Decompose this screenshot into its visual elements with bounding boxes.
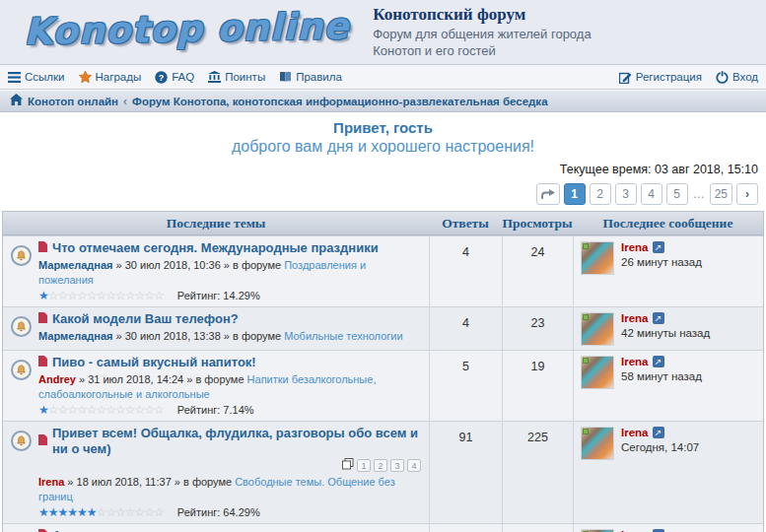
rating-stars-filled: ★★★★★★ [38, 505, 97, 519]
site-titles: Конотопский форум Форум для общения жите… [363, 5, 591, 59]
nav-register[interactable]: Регистрация [619, 71, 702, 84]
topic-author-link[interactable]: Andrey [38, 373, 76, 385]
topic-row: Какой модели Ваш телефон? Мармеладная » … [3, 306, 763, 350]
last-post-cell: Irena ↗ 26 минут назад [573, 236, 763, 306]
topic-title-link[interactable]: Привет всем! Общалка, флудилка, разговор… [52, 426, 423, 458]
next-page-button[interactable]: › [736, 183, 758, 205]
topic-title-link[interactable]: Ассоциации [52, 528, 130, 532]
topic-mini-pagination: 1 2 3 4 [38, 458, 423, 473]
last-post-author[interactable]: Irena [621, 241, 649, 253]
breadcrumb-section[interactable]: Форум Конотопа, конотопская информационн… [132, 96, 547, 107]
site-subtitle-line1: Форум для общения жителей города [373, 27, 591, 41]
last-post-author[interactable]: Irena [621, 312, 649, 324]
topic-icon [38, 434, 47, 448]
topic-posted-meta: » 30 июл 2018, 10:36 » в форуме [116, 259, 282, 271]
page-button-3[interactable]: 3 [615, 183, 637, 205]
topic-main-cell: Пиво - самый вкусный напиток! Andrey » 3… [38, 351, 429, 421]
nav-awards[interactable]: Награды [79, 71, 142, 84]
topic-row: Ассоциации Мармеладная » Сегодня, 11:01 … [3, 523, 763, 532]
topic-row: Привет всем! Общалка, флудилка, разговор… [3, 421, 763, 523]
topic-author-link[interactable]: Мармеладная [38, 330, 113, 342]
bell-icon [11, 360, 32, 380]
breadcrumb-separator: ‹ [123, 95, 127, 108]
topic-main-cell: Ассоциации Мармеладная » Сегодня, 11:01 … [38, 524, 429, 532]
last-post-cell: Irena ↗ 58 минут назад [573, 351, 763, 421]
topic-author-link[interactable]: Irena [38, 476, 64, 488]
jump-to-page-button[interactable] [536, 183, 560, 205]
site-logo[interactable]: Konotop online [24, 5, 350, 53]
breadcrumb-home[interactable]: Конотоп онлайн [28, 96, 118, 107]
topic-rating: ★ ☆☆☆☆☆☆☆☆☆☆☆☆ Рейтинг: 7.14% [38, 403, 423, 417]
online-indicator [583, 358, 589, 364]
topic-main-cell: Что отмечаем сегодня. Международные праз… [38, 236, 429, 306]
bell-icon [11, 431, 32, 451]
last-post-time: 42 минуты назад [621, 327, 710, 339]
topic-page-button[interactable]: 3 [390, 459, 404, 472]
forum-link[interactable]: Мобильные технологии [284, 330, 402, 342]
rating-label: Рейтинг: 14.29% [177, 290, 260, 301]
last-post-author[interactable]: Irena [621, 427, 649, 438]
topic-title-link[interactable]: Пиво - самый вкусный напиток! [52, 355, 256, 370]
topic-page-button[interactable]: 4 [407, 459, 421, 472]
last-post-cell: Irena ↗ Сегодня, 14:02 [573, 524, 763, 532]
welcome-block: Привет, гость доброго вам дня и хорошего… [0, 112, 766, 178]
nav-faq[interactable]: ? FAQ [155, 71, 194, 84]
topic-posted-meta: » 30 июл 2018, 13:38 » в форуме [116, 330, 282, 342]
goto-last-post-icon[interactable]: ↗ [653, 241, 664, 253]
page-button-25[interactable]: 25 [710, 183, 732, 205]
reply-count: 5 [429, 351, 502, 421]
online-indicator [583, 243, 589, 249]
topic-author-link[interactable]: Мармеладная [38, 259, 113, 271]
rating-label: Рейтинг: 7.14% [177, 404, 254, 416]
header-views: Просмотры [502, 216, 573, 232]
topic-icon [38, 356, 47, 369]
view-count: 19 [502, 351, 573, 421]
nav-points[interactable]: Поинты [208, 71, 265, 83]
unread-icon-cell [3, 236, 38, 306]
nav-links[interactable]: Ссылки [8, 71, 65, 83]
topic-page-button[interactable]: 1 [357, 459, 371, 472]
view-count: 14 [502, 524, 573, 532]
avatar[interactable] [581, 312, 614, 346]
nav-rules[interactable]: Правила [279, 71, 342, 83]
avatar[interactable] [581, 427, 614, 460]
page-ellipsis: … [692, 187, 706, 201]
rating-label: Рейтинг: 64.29% [177, 506, 260, 518]
latest-topics-table: Последние темы Ответы Просмотры Последне… [2, 211, 764, 532]
avatar[interactable] [581, 241, 614, 275]
reply-count: 91 [429, 422, 502, 523]
topic-title-link[interactable]: Что отмечаем сегодня. Международные праз… [52, 240, 379, 256]
breadcrumb: Конотоп онлайн ‹ Форум Конотопа, конотоп… [0, 90, 766, 112]
view-count: 23 [502, 307, 573, 350]
last-post-author[interactable]: Irena [621, 356, 649, 367]
page-button-4[interactable]: 4 [641, 183, 662, 205]
view-count: 24 [502, 236, 573, 306]
page-button-2[interactable]: 2 [590, 183, 611, 205]
page-button-5[interactable]: 5 [666, 183, 688, 205]
award-icon [79, 71, 92, 84]
unread-icon-cell [3, 422, 38, 523]
nav-login[interactable]: Вход [716, 71, 758, 84]
view-count: 225 [502, 422, 573, 523]
question-icon: ? [155, 71, 168, 84]
topic-title-link[interactable]: Какой модели Ваш телефон? [52, 311, 239, 327]
goto-last-post-icon[interactable]: ↗ [653, 312, 664, 324]
rating-stars-empty: ☆☆☆☆☆☆☆☆☆☆☆☆ [48, 403, 164, 417]
avatar[interactable] [581, 356, 614, 389]
reply-count: 4 [429, 524, 502, 532]
rating-stars-filled: ★ [38, 403, 48, 417]
topic-icon [38, 312, 47, 326]
page-button-1[interactable]: 1 [564, 183, 586, 205]
unread-icon-cell [3, 307, 38, 350]
header-latest-topics: Последние темы [3, 216, 429, 232]
goto-last-post-icon[interactable]: ↗ [653, 427, 664, 438]
goto-last-post-icon[interactable]: ↗ [653, 356, 664, 367]
topic-page-button[interactable]: 2 [374, 459, 387, 472]
unread-icon-cell [3, 351, 38, 421]
bell-icon [11, 316, 32, 337]
topics-table-header: Последние темы Ответы Просмотры Последне… [3, 212, 763, 235]
rating-stars-empty: ☆☆☆☆☆☆☆☆☆☆☆☆ [48, 289, 164, 302]
greeting-text: Привет, гость [8, 119, 758, 136]
unread-icon-cell [3, 524, 38, 532]
current-time: Текущее время: 03 авг 2018, 15:10 [8, 163, 758, 176]
